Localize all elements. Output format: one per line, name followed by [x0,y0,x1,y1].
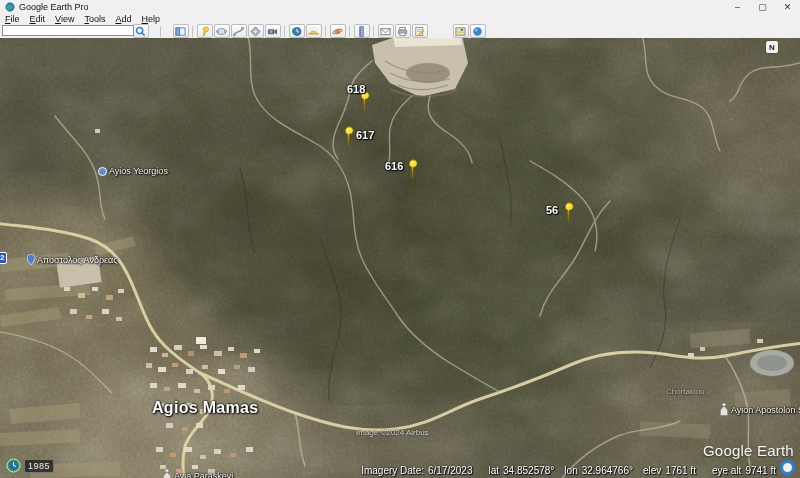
polygon-icon [216,26,227,37]
menu-edit[interactable]: Edit [25,14,51,24]
add-path-button[interactable] [231,24,247,38]
path-icon [233,26,244,37]
menu-file[interactable]: File [0,14,25,24]
earth-web-icon [472,26,483,37]
save-image-icon [414,26,425,37]
history-year-badge: 1985 [24,459,54,473]
print-button[interactable] [395,24,411,38]
search-button[interactable] [133,24,149,38]
google-earth-window: Google Earth Pro – ▢ ✕ File Edit View To… [0,0,800,478]
minimize-button[interactable]: – [725,0,750,14]
historical-imagery-icon [291,26,302,37]
menu-view[interactable]: View [50,14,79,24]
add-placemark-button[interactable] [197,24,213,38]
menu-help[interactable]: Help [136,14,165,24]
placemark-label: 618 [347,83,365,95]
menu-tools[interactable]: Tools [79,14,110,24]
close-button[interactable]: ✕ [775,0,800,14]
pushpin-icon [560,201,577,223]
app-icon [5,2,15,12]
placemark-56[interactable]: 56 [561,202,575,222]
search-input[interactable] [2,25,134,36]
historical-imagery-button[interactable] [289,24,305,38]
image-overlay-icon [250,26,261,37]
satellite-imagery [0,38,800,478]
print-icon [397,26,408,37]
window-title: Google Earth Pro [19,2,89,12]
sunlight-button[interactable] [306,24,322,38]
pushpin-icon [340,125,357,147]
placemark-617[interactable]: 617 [341,126,355,146]
placemark-label: 617 [356,129,374,141]
maximize-button[interactable]: ▢ [750,0,775,14]
view-in-maps-button[interactable] [453,24,469,38]
add-image-overlay-button[interactable] [248,24,264,38]
placemark-label: 56 [546,204,558,216]
map-viewport[interactable]: N Ayios YeorgiosΑποστολος ΑνδρεαςAgios M… [0,38,800,478]
search-icon [135,26,146,37]
record-tour-button[interactable] [265,24,281,38]
record-tour-icon [267,26,278,37]
email-button[interactable] [378,24,394,38]
toggle-sidebar-button[interactable] [173,24,189,38]
view-in-maps-icon [455,26,466,37]
menu-bar: File Edit View Tools Add Help [0,14,800,24]
sunlight-icon [308,26,319,37]
compass-north-button[interactable]: N [766,41,778,53]
add-polygon-button[interactable] [214,24,230,38]
placemark-label: 616 [385,160,403,172]
toolbar [0,24,800,39]
save-image-button[interactable] [412,24,428,38]
planets-button[interactable] [330,24,346,38]
placemark-618[interactable]: 618 [357,91,371,111]
earth-web-button[interactable] [470,24,486,38]
ruler-button[interactable] [354,24,370,38]
placemark-616[interactable]: 616 [405,159,419,179]
sidebar-icon [175,26,186,37]
pushpin-icon [404,158,421,180]
ruler-icon [356,26,367,37]
email-icon [380,26,391,37]
menu-add[interactable]: Add [110,14,136,24]
placemark-icon [199,26,210,37]
history-clock-icon [6,458,21,473]
planets-icon [332,26,343,37]
historical-imagery-chip[interactable]: 1985 [6,458,54,473]
title-bar: Google Earth Pro – ▢ ✕ [0,0,800,14]
